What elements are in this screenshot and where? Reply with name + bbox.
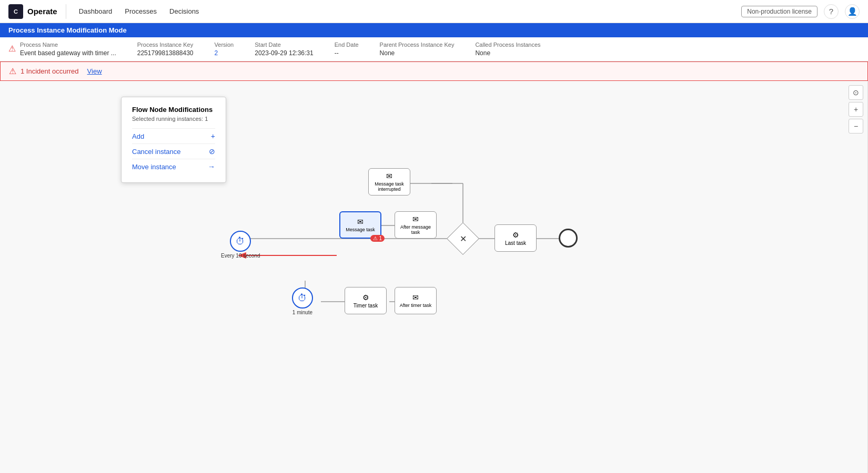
msg-task-interrupted-icon: ✉ (386, 172, 392, 180)
node-timer-task[interactable]: ⚙ Timer task (345, 287, 387, 314)
node-after-message-task[interactable]: ✉ After messagetask (395, 211, 437, 239)
process-instance-key-col: Process Instance Key 2251799813888430 (137, 42, 194, 57)
main-layout: Flow Node Modifications Selected running… (0, 81, 868, 473)
instance-key-label: Process Instance Key (137, 42, 194, 48)
process-name-label: Process Name (20, 42, 116, 48)
end-date-label: End Date (335, 42, 359, 48)
nav-processes[interactable]: Processes (125, 7, 157, 15)
timer-task-icon: ⚙ (362, 293, 369, 302)
flow-node-popup: Flow Node Modifications Selected running… (121, 97, 226, 183)
called-instances-col: Called Process Instances None (475, 42, 540, 57)
incident-view-link[interactable]: View (87, 67, 102, 75)
instance-key-value: 2251799813888430 (137, 49, 194, 57)
popup-move-label: Move instance (132, 163, 176, 171)
msg-task-label: Message task (346, 227, 375, 232)
popup-add-action[interactable]: Add + (132, 128, 215, 143)
popup-selected-info: Selected running instances: 1 (132, 116, 215, 122)
node-end-event[interactable] (559, 229, 578, 248)
process-name-col: ⚠ Process Name Event based gateway with … (8, 42, 116, 57)
incident-error-icon: ⚠ (9, 66, 16, 76)
msg-task-interrupted-label: Message taskinterrupted (375, 181, 404, 192)
cancel-icon: ⊘ (209, 147, 215, 156)
after-timer-icon: ✉ (412, 293, 419, 302)
msg-task-icon: ✉ (357, 218, 364, 226)
node-message-task[interactable]: ✉ Message task ⚠ 1 (339, 211, 381, 239)
zoom-reset-button[interactable]: ⊙ (849, 85, 863, 100)
end-date-col: End Date -- (335, 42, 359, 57)
called-instances-value: None (475, 49, 490, 57)
node-after-timer-task[interactable]: ✉ After timer task (395, 287, 437, 314)
diagram-area[interactable]: Flow Node Modifications Selected running… (0, 81, 868, 473)
move-icon: → (208, 162, 215, 171)
timer-every10-label: Every 10 second (221, 253, 260, 259)
license-badge: Non-production license (741, 6, 817, 17)
mode-banner: Process Instance Modification Mode (0, 23, 868, 37)
node-gateway[interactable]: ✕ (447, 222, 479, 255)
nav-decisions[interactable]: Decisions (169, 7, 199, 15)
popup-title: Flow Node Modifications (132, 106, 215, 114)
nav-right: Non-production license ? 👤 (741, 4, 860, 19)
logo-icon: C (8, 4, 23, 19)
popup-move-action[interactable]: Move instance → (132, 159, 215, 174)
start-date-label: Start Date (255, 42, 313, 48)
timer-1min-label: 1 minute (292, 310, 312, 315)
version-col: Version 2 (215, 42, 234, 57)
node-message-task-interrupted[interactable]: ✉ Message taskinterrupted (368, 168, 410, 196)
zoom-controls: ⊙ + − (849, 85, 863, 133)
node-last-task[interactable]: ⚙ Last task (494, 224, 537, 252)
user-button[interactable]: 👤 (845, 4, 860, 19)
timer-1min-icon: ⏱ (292, 287, 313, 309)
error-icon: ⚠ (8, 44, 16, 54)
node-timer-every10[interactable]: ⏱ Every 10 second (221, 231, 260, 259)
mode-banner-label: Process Instance Modification Mode (8, 26, 127, 34)
after-msg-icon: ✉ (412, 215, 419, 223)
end-date-value: -- (335, 49, 339, 57)
top-navigation: C Operate Dashboard Processes Decisions … (0, 0, 868, 23)
popup-cancel-label: Cancel instance (132, 148, 181, 156)
start-date-col: Start Date 2023-09-29 12:36:31 (255, 42, 313, 57)
nav-dashboard[interactable]: Dashboard (79, 7, 113, 15)
gateway-icon: ✕ (460, 234, 467, 244)
incident-count: ⚠ 1 (373, 235, 382, 241)
version-value: 2 (215, 49, 218, 57)
last-task-icon: ⚙ (512, 231, 519, 239)
timer-task-label: Timer task (354, 303, 378, 309)
called-instances-label: Called Process Instances (475, 42, 540, 48)
add-icon: + (211, 132, 215, 140)
incident-badge: ⚠ 1 (370, 235, 385, 242)
version-label: Version (215, 42, 234, 48)
incident-banner: ⚠ 1 Incident occurred View (0, 61, 868, 81)
popup-add-label: Add (132, 132, 144, 140)
parent-key-label: Parent Process Instance Key (380, 42, 455, 48)
zoom-out-button[interactable]: − (849, 119, 863, 133)
popup-cancel-action[interactable]: Cancel instance ⊘ (132, 143, 215, 159)
app-name: Operate (27, 7, 57, 16)
parent-key-value: None (380, 49, 395, 57)
after-msg-label: After messagetask (400, 224, 431, 235)
app-logo: C Operate (8, 4, 66, 19)
incident-message: 1 Incident occurred (21, 67, 79, 75)
node-timer-1min[interactable]: ⏱ 1 minute (292, 287, 313, 315)
process-name-value: Event based gateway with timer ... (20, 49, 116, 57)
timer-every10-icon: ⏱ (230, 231, 251, 252)
parent-key-col: Parent Process Instance Key None (380, 42, 455, 57)
process-info-bar: ⚠ Process Name Event based gateway with … (0, 37, 868, 61)
last-task-label: Last task (505, 240, 526, 246)
help-button[interactable]: ? (824, 4, 839, 19)
zoom-in-button[interactable]: + (849, 102, 863, 117)
after-timer-label: After timer task (400, 303, 432, 308)
start-date-value: 2023-09-29 12:36:31 (255, 49, 313, 57)
